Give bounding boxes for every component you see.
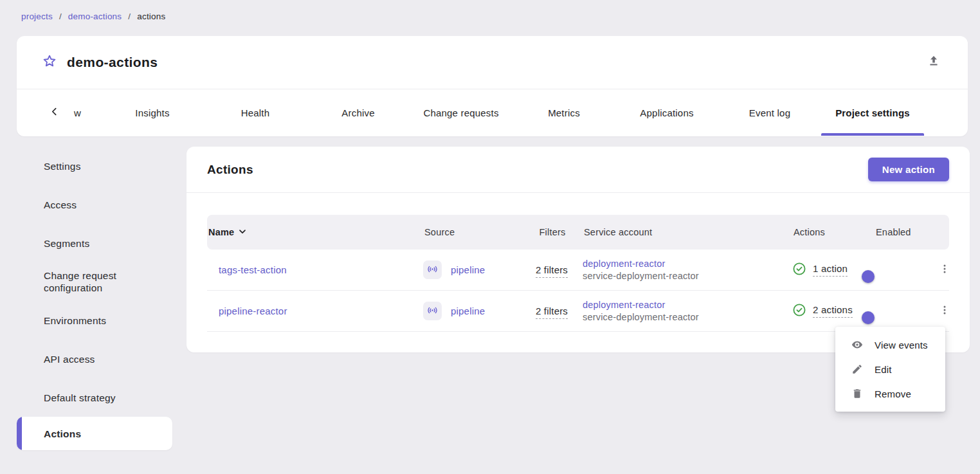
signal-source-badge [423,302,442,320]
service-account-link[interactable]: deployment-reactor [583,300,666,310]
tab-applications[interactable]: Applications [615,89,718,136]
actions-count[interactable]: 1 action [813,263,848,277]
sidebar-item-actions[interactable]: Actions [17,417,172,450]
column-header-actions: Actions [792,227,875,237]
source-cell: pipeline [423,260,521,279]
project-title-row: demo-actions [17,36,968,89]
toggle-thumb [862,270,875,283]
new-action-button[interactable]: New action [868,158,949,181]
export-button[interactable] [921,50,946,75]
signal-icon [427,264,438,277]
actions-table: Name Source Filters Service account Acti… [186,193,970,332]
page-title: demo-actions [67,55,158,70]
chevron-down-icon [239,227,246,237]
breadcrumb-current: actions [137,12,165,21]
row-actions-menu-button[interactable] [934,300,956,322]
eye-icon [851,338,864,351]
source-cell: pipeline [423,302,521,320]
project-header-card: demo-actions w Insights Health Archive C… [17,36,968,136]
breadcrumb-separator: / [59,12,62,21]
source-link[interactable]: pipeline [451,305,485,316]
column-name-label: Name [208,227,234,237]
settings-sidebar: Settings Access Segments Change request … [17,147,172,450]
action-name-link[interactable]: tags-test-action [207,264,423,275]
service-account-cell: deployment-reactor service-deployment-re… [583,258,792,282]
tab-insights[interactable]: Insights [101,89,204,136]
star-icon [42,53,57,71]
action-name-text[interactable]: pipeline-reactor [219,305,287,316]
tab-archive[interactable]: Archive [307,89,410,136]
actions-count[interactable]: 2 actions [813,304,853,318]
check-circle-icon [792,303,806,319]
action-name-link[interactable]: pipeline-reactor [207,305,423,316]
filters-cell: 2 filters [521,264,583,275]
tab-metrics[interactable]: Metrics [513,89,615,136]
source-link[interactable]: pipeline [451,264,485,275]
breadcrumb-separator: / [128,12,131,21]
breadcrumb: projects / demo-actions / actions [21,12,165,21]
action-name-text[interactable]: tags-test-action [219,264,287,275]
table-row: pipeline-reactor pipeline [207,291,949,332]
sidebar-item-access[interactable]: Access [17,185,172,224]
sidebar-item-settings[interactable]: Settings [17,147,172,185]
tab-overview-partial[interactable]: w [62,89,101,136]
filters-cell: 2 filters [521,305,583,316]
table-row: tags-test-action pipeline [207,250,949,291]
service-account-sub: service-deployment-reactor [583,271,699,281]
signal-source-badge [423,260,442,279]
signal-icon [427,305,438,318]
toggle-thumb [862,311,875,324]
trash-icon [851,388,864,399]
actions-panel: Actions New action Name Source Filters S… [186,147,970,352]
column-header-source: Source [423,227,521,237]
tab-project-settings[interactable]: Project settings [821,89,924,136]
tab-event-log[interactable]: Event log [718,89,821,136]
menu-item-label: Edit [875,364,892,375]
column-header-enabled: Enabled [875,227,934,237]
check-circle-icon [792,262,806,278]
menu-item-remove[interactable]: Remove [835,381,945,406]
table-header-row: Name Source Filters Service account Acti… [207,215,949,250]
column-header-service-account: Service account [583,227,792,237]
service-account-link[interactable]: deployment-reactor [583,259,666,269]
sidebar-item-default-strategy[interactable]: Default strategy [17,378,172,417]
menu-item-label: View events [875,340,928,351]
kebab-icon [939,305,950,317]
actions-panel-header: Actions New action [186,147,970,193]
chevron-left-icon [50,107,59,118]
sidebar-item-change-request-configuration[interactable]: Change request configuration [17,262,172,301]
menu-item-view-events[interactable]: View events [835,333,945,357]
filters-count[interactable]: 2 filters [536,305,568,319]
tabs-scroll-left-button[interactable] [46,100,62,125]
breadcrumb-project[interactable]: demo-actions [68,12,122,21]
service-account-sub: service-deployment-reactor [583,312,699,322]
sidebar-item-api-access[interactable]: API access [17,340,172,378]
kebab-icon [939,264,950,276]
tab-health[interactable]: Health [204,89,307,136]
pencil-icon [851,363,864,375]
menu-item-edit[interactable]: Edit [835,357,945,381]
row-menu-cell [934,300,966,322]
filters-count[interactable]: 2 filters [536,264,568,278]
upload-icon [927,55,940,70]
menu-item-label: Remove [875,388,911,399]
row-menu-cell [934,259,966,281]
panel-title: Actions [207,163,253,177]
column-header-name[interactable]: Name [207,227,423,237]
row-context-menu: View events Edit Remove [835,327,945,412]
project-tabs: w Insights Health Archive Change request… [17,89,968,136]
favorite-star-button[interactable] [37,50,62,75]
sidebar-item-environments[interactable]: Environments [17,301,172,340]
tab-change-requests[interactable]: Change requests [410,89,513,136]
sidebar-item-segments[interactable]: Segments [17,224,172,262]
service-account-cell: deployment-reactor service-deployment-re… [583,299,792,324]
breadcrumb-projects[interactable]: projects [21,12,53,21]
row-actions-menu-button[interactable] [934,259,956,281]
column-header-filters: Filters [521,227,583,237]
